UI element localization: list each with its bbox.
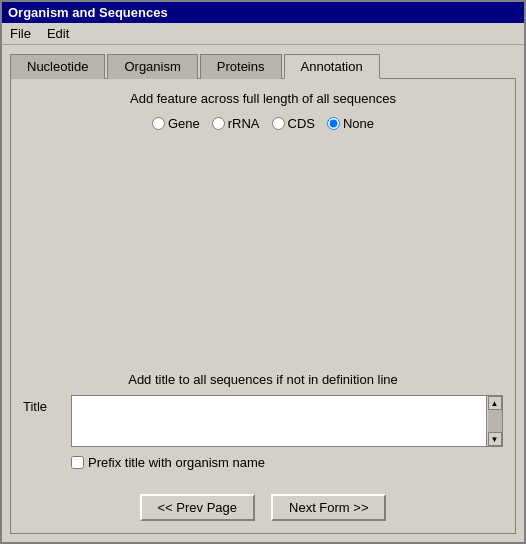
radio-gene-label[interactable]: Gene	[152, 116, 200, 131]
file-menu[interactable]: File	[6, 25, 35, 42]
radio-none-label[interactable]: None	[327, 116, 374, 131]
prefix-checkbox[interactable]	[71, 456, 84, 469]
prefix-checkbox-row: Prefix title with organism name	[71, 455, 503, 470]
tab-annotation[interactable]: Annotation	[284, 54, 380, 79]
main-window: Organism and Sequences File Edit Nucleot…	[0, 0, 526, 544]
scroll-down-button[interactable]: ▼	[488, 432, 502, 446]
title-row: Title ▲ ▼	[23, 395, 503, 447]
content-area: Nucleotide Organism Proteins Annotation …	[2, 45, 524, 542]
radio-cds[interactable]	[272, 117, 285, 130]
title-field-label: Title	[23, 395, 63, 414]
button-row: << Prev Page Next Form >>	[23, 486, 503, 521]
edit-menu[interactable]: Edit	[43, 25, 73, 42]
window-title: Organism and Sequences	[8, 5, 168, 20]
radio-none-text: None	[343, 116, 374, 131]
next-form-button[interactable]: Next Form >>	[271, 494, 386, 521]
menu-bar: File Edit	[2, 23, 524, 45]
prev-page-button[interactable]: << Prev Page	[140, 494, 256, 521]
prefix-checkbox-label[interactable]: Prefix title with organism name	[88, 455, 265, 470]
radio-rrna-text: rRNA	[228, 116, 260, 131]
radio-gene-text: Gene	[168, 116, 200, 131]
annotation-panel: Add feature across full length of all se…	[10, 78, 516, 534]
scroll-track	[488, 410, 502, 432]
tab-organism[interactable]: Organism	[107, 54, 197, 79]
title-input-wrapper: ▲ ▼	[71, 395, 503, 447]
title-section: Add title to all sequences if not in def…	[23, 372, 503, 486]
title-scrollbar: ▲ ▼	[486, 396, 502, 446]
radio-cds-label[interactable]: CDS	[272, 116, 315, 131]
radio-rrna[interactable]	[212, 117, 225, 130]
radio-cds-text: CDS	[288, 116, 315, 131]
tab-nucleotide[interactable]: Nucleotide	[10, 54, 105, 79]
radio-rrna-label[interactable]: rRNA	[212, 116, 260, 131]
feature-section-label: Add feature across full length of all se…	[23, 91, 503, 106]
radio-gene[interactable]	[152, 117, 165, 130]
tab-proteins[interactable]: Proteins	[200, 54, 282, 79]
title-input[interactable]	[72, 396, 486, 446]
radio-none[interactable]	[327, 117, 340, 130]
tab-bar: Nucleotide Organism Proteins Annotation	[10, 53, 516, 78]
feature-radio-group: Gene rRNA CDS None	[23, 116, 503, 131]
scroll-up-button[interactable]: ▲	[488, 396, 502, 410]
title-section-label: Add title to all sequences if not in def…	[23, 372, 503, 387]
title-bar: Organism and Sequences	[2, 2, 524, 23]
